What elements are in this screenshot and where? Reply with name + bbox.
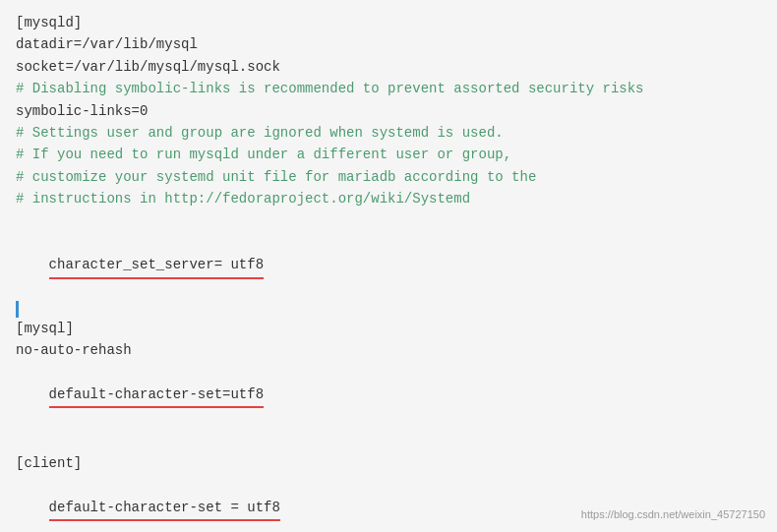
charset-server-underlined: character_set_server= utf8 bbox=[49, 254, 264, 278]
line-charset-server: character_set_server= utf8 bbox=[16, 232, 761, 301]
line-empty2 bbox=[16, 431, 761, 452]
watermark: https://blog.csdn.net/weixin_45727150 bbox=[581, 506, 765, 524]
text-cursor bbox=[16, 301, 19, 318]
line-empty1 bbox=[16, 210, 761, 232]
line-comment-instructions: # instructions in http://fedoraproject.o… bbox=[16, 188, 761, 209]
default-charset-mysql-underlined: default-character-set=utf8 bbox=[49, 384, 264, 408]
line-symbolic: symbolic-links=0 bbox=[16, 100, 761, 122]
line-default-charset-mysql: default-character-set=utf8 bbox=[16, 362, 761, 431]
line-client-section: [client] bbox=[16, 452, 761, 474]
line-no-auto-rehash: no-auto-rehash bbox=[16, 339, 761, 361]
line-socket: socket=/var/lib/mysql/mysql.sock bbox=[16, 56, 761, 78]
line-comment-symbolic: # Disabling symbolic-links is recommende… bbox=[16, 78, 761, 99]
line-datadir: datadir=/var/lib/mysql bbox=[16, 33, 761, 55]
line-cursor bbox=[16, 301, 761, 318]
code-editor: [mysqld] datadir=/var/lib/mysql socket=/… bbox=[0, 0, 777, 532]
line-comment-customize: # customize your systemd unit file for m… bbox=[16, 166, 761, 188]
line-comment-ifneed: # If you need to run mysqld under a diff… bbox=[16, 144, 761, 165]
default-charset-client-underlined: default-character-set = utf8 bbox=[49, 497, 280, 521]
line-mysqld: [mysqld] bbox=[16, 12, 761, 33]
line-comment-settings: # Settings user and group are ignored wh… bbox=[16, 122, 761, 144]
line-mysql-section: [mysql] bbox=[16, 318, 761, 339]
